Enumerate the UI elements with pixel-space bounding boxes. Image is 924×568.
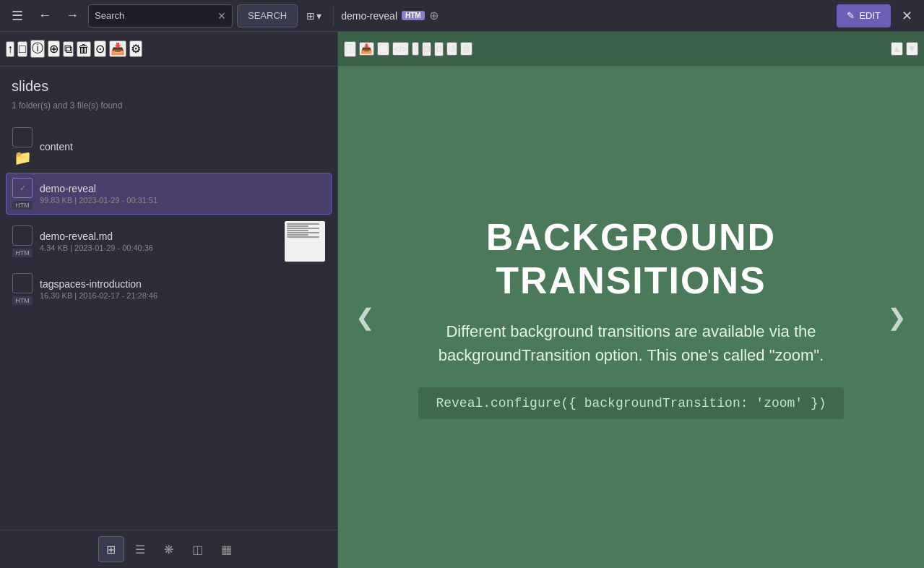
filter-icon: ⊞ bbox=[306, 10, 315, 22]
folder-title: slides bbox=[0, 66, 337, 98]
preview-info-btn[interactable]: ⓘ bbox=[344, 41, 356, 57]
view-switcher: ⊞ ☰ ❋ ◫ ▦ bbox=[0, 530, 337, 568]
tab-badge: HTM bbox=[402, 11, 425, 20]
view-folder-button[interactable]: ❋ bbox=[156, 536, 182, 562]
divider bbox=[333, 6, 334, 26]
file-meta-tagspaces-intro: 16.30 KB | 2016-02-17 - 21:28:46 bbox=[40, 291, 325, 300]
preview-code-btn[interactable]: </> bbox=[392, 42, 409, 56]
preview-toolbar: ⓘ 📥 ⛶ </> ↑ ⧉ ⧉ ↺ 🗑 ▲ ▼ bbox=[338, 32, 924, 66]
tag-icon-btn[interactable]: ⊕ bbox=[48, 40, 60, 57]
preview-content: BACKGROUND TRANSITIONS Different backgro… bbox=[338, 66, 924, 568]
preview-nav: ▲ ▼ bbox=[891, 42, 918, 56]
edit-label: EDIT bbox=[859, 10, 881, 21]
close-button[interactable]: ✕ bbox=[895, 4, 918, 27]
file-info-demo-reveal: demo-reveal 99.83 KB | 2023-01-29 - 00:3… bbox=[40, 183, 325, 205]
preview-delete-btn[interactable]: 🗑 bbox=[460, 42, 472, 56]
file-item-demo-reveal[interactable]: ✓ HTM demo-reveal 99.83 KB | 2023-01-29 … bbox=[6, 173, 332, 215]
preview-upload-btn[interactable]: ↑ bbox=[412, 42, 420, 56]
upload-icon-btn[interactable]: ↑ bbox=[6, 41, 14, 57]
file-name-demo-reveal-md: demo-reveal.md bbox=[40, 231, 277, 242]
file-name-content: content bbox=[40, 141, 325, 152]
folder-info: 1 folder(s) and 3 file(s) found bbox=[0, 98, 337, 119]
left-toolbar: ↑ □ ⓘ ⊕ ⧉ 🗑 ⊙ 📥 ⚙ bbox=[0, 32, 337, 66]
file-meta-demo-reveal: 99.83 KB | 2023-01-29 - 00:31:51 bbox=[40, 196, 325, 205]
file-checkbox-tagspaces-intro[interactable] bbox=[12, 273, 33, 293]
file-item-content[interactable]: 📁 content bbox=[6, 122, 332, 171]
slide-code: Reveal.configure({ backgroundTransition:… bbox=[418, 387, 843, 419]
file-item-demo-reveal-md[interactable]: HTM demo-reveal.md 4.34 KB | 2023-01-29 … bbox=[6, 216, 332, 267]
settings-icon-btn[interactable]: ⚙ bbox=[129, 40, 142, 57]
preview-fullscreen-btn[interactable]: ⛶ bbox=[377, 42, 389, 56]
tab-title-area: demo-reveal HTM ⊕ bbox=[341, 9, 439, 22]
move-icon-btn[interactable]: ⊙ bbox=[94, 40, 106, 57]
file-list: 📁 content ✓ HTM demo-reveal 99.83 KB | 2… bbox=[0, 119, 337, 530]
edit-pencil-icon: ✎ bbox=[847, 10, 855, 21]
main-content: ↑ □ ⓘ ⊕ ⧉ 🗑 ⊙ 📥 ⚙ slides 1 folder(s) and… bbox=[0, 32, 924, 568]
forward-button[interactable]: → bbox=[61, 4, 84, 27]
view-list-button[interactable]: ☰ bbox=[127, 536, 153, 562]
file-info-demo-reveal-md: demo-reveal.md 4.34 KB | 2023-01-29 - 00… bbox=[40, 231, 277, 252]
search-button[interactable]: SEARCH bbox=[237, 4, 298, 27]
view-grid-button[interactable]: ⊞ bbox=[98, 536, 124, 562]
view-kanban-button[interactable]: ▦ bbox=[214, 536, 240, 562]
back-button[interactable]: ← bbox=[33, 4, 56, 27]
folder-icon: 📁 bbox=[14, 149, 32, 166]
filter-chevron-icon: ▾ bbox=[316, 10, 321, 22]
file-badge-demo-reveal: HTM bbox=[12, 201, 33, 210]
menu-button[interactable]: ☰ bbox=[6, 4, 29, 27]
filter-button[interactable]: ⊞ ▾ bbox=[302, 4, 326, 27]
select-icon-btn[interactable]: □ bbox=[17, 41, 27, 57]
search-input[interactable] bbox=[95, 10, 217, 21]
preview-nav-down-btn[interactable]: ▼ bbox=[906, 42, 918, 56]
file-item-tagspaces-intro[interactable]: HTM tagspaces-introduction 16.30 KB | 20… bbox=[6, 268, 332, 310]
preview-download-btn[interactable]: 📥 bbox=[359, 42, 374, 56]
file-checkbox-demo-reveal-md[interactable] bbox=[12, 225, 33, 246]
view-map-button[interactable]: ◫ bbox=[185, 536, 211, 562]
top-bar: ☰ ← → ✕ SEARCH ⊞ ▾ demo-reveal HTM ⊕ ✎ E… bbox=[0, 0, 924, 32]
edit-button[interactable]: ✎ EDIT bbox=[837, 4, 891, 27]
file-name-demo-reveal: demo-reveal bbox=[40, 183, 325, 194]
file-checkbox-demo-reveal[interactable]: ✓ bbox=[12, 178, 33, 198]
tab-title-text: demo-reveal bbox=[341, 10, 397, 22]
preview-open-btn[interactable]: ⧉ bbox=[434, 42, 444, 56]
slide-next-button[interactable]: ❯ bbox=[881, 298, 912, 337]
left-panel: ↑ □ ⓘ ⊕ ⧉ 🗑 ⊙ 📥 ⚙ slides 1 folder(s) and… bbox=[0, 32, 338, 568]
download-icon-btn[interactable]: 📥 bbox=[109, 40, 126, 57]
clear-search-button[interactable]: ✕ bbox=[217, 10, 226, 22]
slide-description: Different background transitions are ava… bbox=[379, 319, 884, 367]
info-icon-btn[interactable]: ⓘ bbox=[30, 40, 45, 58]
delete-icon-btn[interactable]: 🗑 bbox=[77, 41, 91, 57]
slide-title: BACKGROUND TRANSITIONS bbox=[367, 215, 895, 302]
file-info-content: content bbox=[40, 141, 325, 152]
file-checkbox-content[interactable] bbox=[12, 127, 33, 147]
preview-copy-btn[interactable]: ⧉ bbox=[422, 42, 431, 56]
copy-icon-btn[interactable]: ⧉ bbox=[63, 41, 74, 57]
file-name-tagspaces-intro: tagspaces-introduction bbox=[40, 278, 325, 290]
file-meta-demo-reveal-md: 4.34 KB | 2023-01-29 - 00:40:36 bbox=[40, 244, 277, 252]
preview-nav-up-btn[interactable]: ▲ bbox=[891, 42, 903, 56]
file-badge-demo-reveal-md: HTM bbox=[12, 249, 33, 257]
file-badge-tagspaces-intro: HTM bbox=[12, 296, 33, 305]
file-info-tagspaces-intro: tagspaces-introduction 16.30 KB | 2016-0… bbox=[40, 278, 325, 300]
right-panel: ⓘ 📥 ⛶ </> ↑ ⧉ ⧉ ↺ 🗑 ▲ ▼ BACKGROUND TRANS… bbox=[338, 32, 924, 568]
preview-refresh-btn[interactable]: ↺ bbox=[446, 42, 457, 56]
bookmark-icon[interactable]: ⊕ bbox=[429, 9, 439, 22]
file-thumbnail-demo-reveal-md bbox=[285, 221, 325, 262]
slide-prev-button[interactable]: ❮ bbox=[350, 298, 381, 337]
search-box: ✕ bbox=[88, 4, 233, 27]
